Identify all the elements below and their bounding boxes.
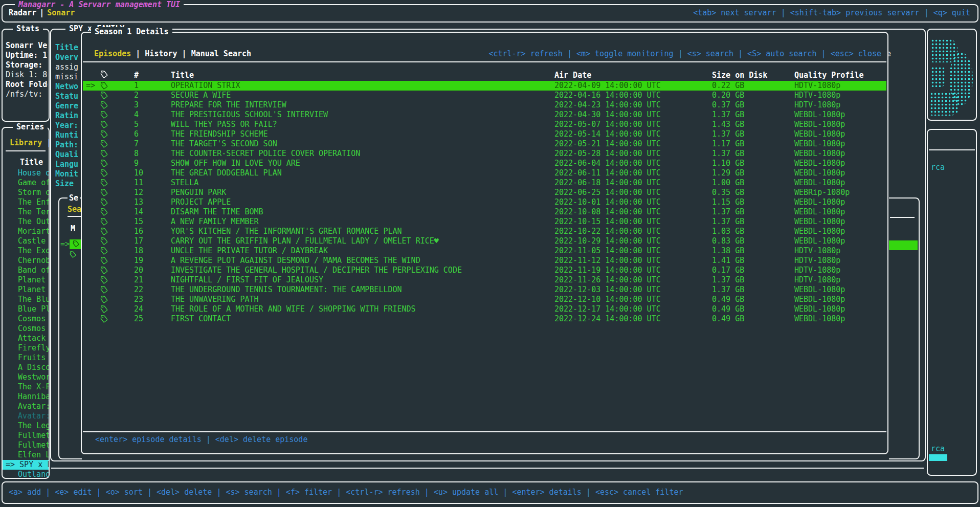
side-lower-panel: rca rca xyxy=(927,129,977,476)
episode-row[interactable]: => 1 OPERATION STRIX 2022-04-09 14:00:00… xyxy=(83,81,886,91)
episode-title: FIRST CONTACT xyxy=(171,314,554,324)
monitored-tag xyxy=(100,130,134,138)
series-list-item[interactable]: Blue Pl xyxy=(3,304,49,314)
episode-row[interactable]: 7 THE TARGET'S SECOND SON 2022-05-21 14:… xyxy=(83,139,886,149)
episode-row[interactable]: 6 THE FRIENDSHIP SCHEME 2022-05-14 14:00… xyxy=(83,129,886,139)
episode-number: 14 xyxy=(134,207,171,217)
series-list-item[interactable]: Elfen L xyxy=(3,450,49,460)
series-item-label: Moriart xyxy=(18,227,49,236)
monitored-tag xyxy=(100,276,134,284)
episode-row[interactable]: 23 THE UNWAVERING PATH 2022-12-10 14:00:… xyxy=(83,295,886,304)
series-list-item[interactable]: Planet xyxy=(3,275,49,285)
series-list-item[interactable]: The X-F xyxy=(3,382,49,392)
series-list-item[interactable]: Chernob xyxy=(3,256,49,266)
episode-row[interactable]: 17 CARRY OUT THE GRIFFIN PLAN / FULLMETA… xyxy=(83,236,886,246)
series-list-item[interactable]: House o xyxy=(3,168,49,178)
series-list-item[interactable]: The Enf xyxy=(3,197,49,207)
series-list-item[interactable]: Fullmet xyxy=(3,431,49,440)
library-tab-separator: | xyxy=(47,138,49,147)
episode-row[interactable]: 21 NIGHTFALL / FIRST FIT OF JEALOUSY 202… xyxy=(83,275,886,285)
series-list-item[interactable]: Game of xyxy=(3,178,49,188)
episode-air-date: 2022-10-08 14:00:00 UTC xyxy=(554,207,712,217)
series-list-item[interactable]: => SPY x F xyxy=(3,460,49,470)
series-list-item[interactable]: The Leg xyxy=(3,421,49,431)
series-list-item[interactable]: The Out xyxy=(3,217,49,227)
series-list-item[interactable]: Moriart xyxy=(3,227,49,236)
tab-episodes[interactable]: Episodes xyxy=(94,49,131,58)
episode-quality: WEBDL-1080p xyxy=(794,295,886,304)
series-list-item[interactable]: The Blu xyxy=(3,295,49,304)
episode-row[interactable]: 13 PROJECT APPLE 2022-10-01 14:00:00 UTC… xyxy=(83,197,886,207)
episode-row[interactable]: 16 YOR'S KITCHEN / THE INFORMANT'S GREAT… xyxy=(83,227,886,236)
episode-row[interactable]: 9 SHOW OFF HOW IN LOVE YOU ARE 2022-06-0… xyxy=(83,159,886,168)
episode-row[interactable]: 24 THE ROLE OF A MOTHER AND WIFE / SHOPP… xyxy=(83,304,886,314)
series-list-item[interactable]: Avatar: xyxy=(3,411,49,421)
selected-marker: => xyxy=(86,81,100,91)
episode-row[interactable]: 5 WILL THEY PASS OR FAIL? 2022-05-07 14:… xyxy=(83,120,886,129)
episode-row[interactable]: 3 PREPARE FOR THE INTERVIEW 2022-04-23 1… xyxy=(83,100,886,110)
series-list-item[interactable]: A Disco xyxy=(3,363,49,372)
episode-title: THE FRIENDSHIP SCHEME xyxy=(171,129,554,139)
episode-title: OPERATION STRIX xyxy=(171,81,554,91)
tab-manual-search[interactable]: Manual Search xyxy=(191,49,251,58)
series-list-item[interactable]: Castle xyxy=(3,236,49,246)
series-list-item[interactable]: Cosmos xyxy=(3,324,49,334)
tab-radarr[interactable]: Radarr xyxy=(9,8,36,17)
tab-library[interactable]: Library xyxy=(10,138,42,147)
episode-row[interactable]: 25 FIRST CONTACT 2022-12-24 14:00:00 UTC… xyxy=(83,314,886,324)
series-list: House oGame ofStorm oThe EnfThe TerThe O… xyxy=(3,168,49,478)
selected-season-row-fragment[interactable] xyxy=(70,239,82,249)
stats-title: Stats xyxy=(13,24,43,34)
episode-row[interactable]: 15 A NEW FAMILY MEMBER 2022-10-15 14:00:… xyxy=(83,217,886,227)
episode-number: 21 xyxy=(134,275,171,285)
episode-row[interactable]: 22 THE UNDERGROUND TENNIS TOURNAMENT: TH… xyxy=(83,285,886,295)
tab-sonarr[interactable]: Sonarr xyxy=(47,8,75,17)
series-list-item[interactable]: Cosmos xyxy=(3,314,49,324)
series-list-item[interactable]: Outland xyxy=(3,470,49,478)
series-list-item[interactable]: Attack xyxy=(3,334,49,343)
episode-size: 1.37 GB xyxy=(712,110,794,120)
episode-row[interactable]: 10 THE GREAT DODGEBALL PLAN 2022-06-11 1… xyxy=(83,168,886,178)
episode-title: SECURE A WIFE xyxy=(171,91,554,100)
episode-row[interactable]: 12 PENGUIN PARK 2022-06-25 14:00:00 UTC … xyxy=(83,188,886,197)
tag-icon xyxy=(100,237,108,245)
episode-row[interactable]: 20 INVESTIGATE THE GENERAL HOSPITAL / DE… xyxy=(83,266,886,275)
series-detail-field-label: Genre xyxy=(55,101,82,111)
series-list-item[interactable]: Band of xyxy=(3,266,49,275)
series-item-label: Avatar: xyxy=(18,402,49,411)
series-item-label: A Disco xyxy=(18,363,49,372)
monitored-tag xyxy=(100,140,134,148)
series-list-item[interactable]: Firefly xyxy=(3,343,49,353)
tab-history[interactable]: History xyxy=(145,49,177,58)
modal-keybind-help: <ctrl-r> refresh | <m> toggle monitoring… xyxy=(488,49,881,59)
episode-quality: WEBDL-1080p xyxy=(794,120,886,129)
episode-number: 1 xyxy=(134,81,171,91)
series-list-item[interactable]: Planet xyxy=(3,285,49,295)
series-list-item[interactable]: The Exo xyxy=(3,246,49,256)
tag-icon xyxy=(100,101,108,109)
series-list-item[interactable]: The Ter xyxy=(3,207,49,217)
tab-seasons-fragment[interactable]: Sea xyxy=(68,205,81,214)
series-list-item[interactable]: Fruits xyxy=(3,353,49,363)
series-item-label: Castle xyxy=(18,236,46,246)
episode-row[interactable]: 19 A REVENGE PLOT AGAINST DESMOND / MAMA… xyxy=(83,256,886,266)
episode-row[interactable]: 18 UNCLE THE PRIVATE TUTOR / DAYBREAK 20… xyxy=(83,246,886,256)
series-tab-underline xyxy=(6,150,46,151)
series-list-item[interactable]: Fullmet xyxy=(3,440,49,450)
episode-title: CARRY OUT THE GRIFFIN PLAN / FULLMETAL L… xyxy=(171,236,554,246)
series-list-item[interactable]: Hanniba xyxy=(3,392,49,402)
episode-row[interactable]: 14 DISARM THE TIME BOMB 2022-10-08 14:00… xyxy=(83,207,886,217)
episode-row[interactable]: 4 THE PRESTIGIOUS SCHOOL'S INTERVIEW 202… xyxy=(83,110,886,120)
episode-number: 9 xyxy=(134,159,171,168)
season-row-fragment[interactable] xyxy=(70,251,76,260)
series-list-item[interactable]: Storm o xyxy=(3,188,49,197)
series-list-item[interactable]: Avatar: xyxy=(3,402,49,411)
series-detail-field-label: Monit xyxy=(55,169,82,179)
series-list-item[interactable]: Westwor xyxy=(3,372,49,382)
modal-tab-separator: | xyxy=(131,49,145,58)
episode-row[interactable]: 11 STELLA 2022-06-18 14:00:00 UTC 1.00 G… xyxy=(83,178,886,188)
episode-number: 19 xyxy=(134,256,171,266)
episode-number: 12 xyxy=(134,188,171,197)
episode-row[interactable]: 8 THE COUNTER-SECRET POLICE COVER OPERAT… xyxy=(83,149,886,159)
episode-row[interactable]: 2 SECURE A WIFE 2022-04-16 14:00:00 UTC … xyxy=(83,91,886,100)
